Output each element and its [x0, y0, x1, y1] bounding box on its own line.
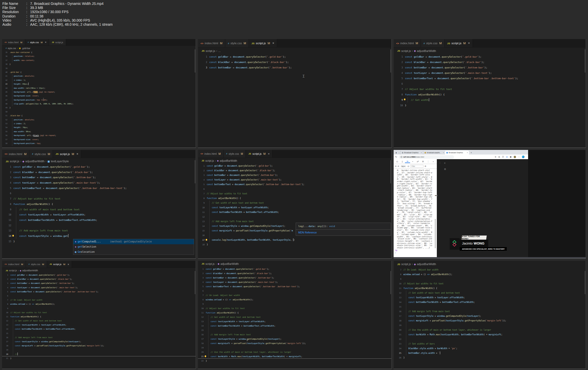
code-line: 22} — [198, 359, 391, 363]
extensions-icon[interactable]: ⬣ — [510, 156, 512, 158]
collections-icon[interactable]: ⊞ — [498, 156, 500, 158]
console-sidebar-icon[interactable]: ⊟ — [395, 165, 396, 167]
devtools-close-icon[interactable]: × — [431, 160, 436, 163]
translate-icon[interactable]: 文 — [502, 156, 504, 158]
close-icon[interactable]: × — [468, 41, 470, 45]
tab-script.js[interactable]: JSscript.jsM× — [47, 261, 72, 268]
code-editor[interactable]: 7// On Load: Adjust bar width8window.onl… — [394, 267, 586, 360]
edge-bing-icon[interactable] — [522, 156, 524, 158]
breadcrumb[interactable]: JSscript.js›◈adjustBarWidth — [394, 48, 586, 54]
code-editor[interactable]: 1const goldBar = document.querySelector(… — [198, 267, 391, 363]
code-editor[interactable]: 1const goldBar = document.querySelector(… — [2, 273, 196, 360]
tab-label: index.html — [400, 42, 414, 45]
profile-avatar[interactable] — [514, 156, 516, 158]
close-icon[interactable]: × — [45, 41, 47, 44]
console-prompt[interactable]: › — [395, 252, 432, 254]
tab-script.js[interactable]: JSscript.js — [49, 39, 66, 46]
breadcrumb[interactable]: JSscript.js›◈adjustBarWidth — [394, 261, 586, 267]
scrollbar[interactable] — [390, 49, 391, 73]
close-icon[interactable]: × — [272, 41, 274, 45]
tab-style.css[interactable]: #style.cssM — [26, 261, 47, 268]
browser-tab[interactable]: broadcast-graphics/gold.jpg× — [423, 151, 445, 155]
tab-search-icon[interactable]: □ — [399, 152, 400, 154]
browser-icon[interactable]: ◉ — [395, 152, 397, 154]
scrollbar[interactable] — [195, 160, 195, 183]
tab-script.js[interactable]: JSscript.jsM× — [246, 150, 272, 158]
tab-close-icon[interactable]: × — [421, 152, 422, 154]
tab-close-icon[interactable]: × — [443, 152, 444, 154]
scrollbar[interactable] — [390, 160, 391, 183]
scrollbar[interactable] — [585, 271, 585, 294]
reading-list-icon[interactable]: ≣ — [495, 156, 496, 158]
console-settings-icon[interactable]: ⚙ — [424, 165, 426, 167]
scrollbar[interactable] — [195, 49, 195, 73]
file-info-row: File Size:39.3 MB — [2, 6, 547, 10]
scrollbar[interactable] — [195, 271, 195, 294]
breadcrumb[interactable]: JSscript.js›◈adjustBarWidth›▣textLayerSt… — [2, 158, 196, 164]
scrollbar[interactable] — [390, 271, 391, 294]
site-info-icon[interactable]: i — [401, 156, 402, 158]
tab-index.html[interactable]: <>index.htmlM — [2, 261, 26, 268]
tab-index.html[interactable]: <>index.htmlM — [394, 39, 421, 47]
settings-gear-icon[interactable]: ⚙ — [420, 160, 426, 163]
line-number: 14 — [198, 324, 206, 328]
tab-index.html[interactable]: <>index.htmlM — [198, 150, 224, 158]
tab-close-icon[interactable]: × — [467, 152, 468, 154]
tab-style.css[interactable]: #style.cssM — [225, 39, 249, 47]
clear-console-icon[interactable]: ⊘ — [397, 165, 399, 167]
lightbulb-icon[interactable] — [12, 235, 14, 237]
close-icon[interactable]: × — [68, 263, 69, 266]
dots-menu-icon[interactable]: ⋮ — [426, 160, 431, 163]
code-line: 8function adjustBarWidth() { — [198, 196, 391, 201]
breadcrumb[interactable]: JSscript.js›... — [198, 48, 391, 54]
tab-script.js[interactable]: JSscript.jsM× — [445, 39, 473, 47]
tab-style.css[interactable]: #style.cssM× — [25, 39, 49, 46]
autocomplete-item[interactable]: ◈getSelection — [73, 244, 194, 249]
tab-script.js[interactable]: JSscript.jsM× — [53, 150, 81, 158]
breadcrumb[interactable]: #style.css›▣.gold-bar — [2, 46, 196, 51]
code-editor[interactable]: 1const goldBar = document.querySelector(… — [2, 164, 196, 244]
tab-style.css[interactable]: #style.cssM — [29, 150, 53, 158]
code-editor[interactable]: 1const goldBar = document.querySelector(… — [394, 54, 586, 108]
line-number: 15 — [2, 239, 13, 244]
eye-icon[interactable]: ◎ — [408, 165, 409, 167]
tab-style.css[interactable]: #style.cssM — [421, 39, 445, 47]
close-icon[interactable]: × — [76, 152, 78, 156]
code-line: 11function adjustBarWidth() { — [394, 286, 586, 291]
line-number: 5 — [2, 186, 13, 191]
code-editor[interactable]: 1const goldBar = document.querySelector(… — [198, 54, 391, 70]
reload-icon[interactable]: ↻ — [395, 156, 397, 158]
tab-index.html[interactable]: <>index.htmlM — [2, 150, 29, 158]
network-conditions-icon[interactable]: ☍ — [415, 160, 420, 163]
autocomplete-item[interactable]: ◈getComputedS...(method) getComputedStyl… — [73, 239, 194, 244]
menu-dots-icon[interactable]: ⋯ — [518, 156, 520, 158]
code-editor[interactable]: 35.main-bar-container {36 position: rela… — [2, 51, 196, 146]
devtools-scrollbar[interactable] — [435, 219, 436, 248]
browser-tab[interactable]: Broadcast Graphics× — [400, 151, 423, 155]
address-bar[interactable]: i127.0.0.1:5500/index.html — [399, 155, 454, 159]
more-tabs-icon[interactable]: ≫ — [405, 160, 410, 163]
breadcrumb[interactable]: JSscript.js›◈adjustBarWidth — [198, 158, 391, 164]
new-tab-button[interactable]: + — [471, 151, 472, 155]
inspect-icon[interactable]: ◴ — [395, 160, 400, 163]
lightbulb-icon[interactable] — [206, 239, 207, 241]
console-filter-input[interactable]: Filter — [410, 165, 423, 168]
mdn-reference-link[interactable]: MDN Reference — [296, 230, 391, 236]
browser-tab[interactable]: Broadcast Graphics× — [445, 151, 469, 155]
line-number: 43 — [2, 82, 10, 86]
tab-index.html[interactable]: <>index.htmlM — [198, 39, 225, 47]
js-context-selector[interactable]: top ▾ — [400, 165, 406, 168]
close-icon[interactable]: × — [268, 152, 270, 155]
favorite-star-icon[interactable]: ★ — [506, 156, 508, 158]
add-icon[interactable]: + — [410, 160, 415, 163]
scrollbar[interactable] — [585, 49, 585, 73]
autocomplete-item[interactable]: ▣Geolocation — [73, 249, 194, 255]
tab-index.html[interactable]: <>index.htmlM — [2, 39, 25, 46]
editor-frame-8: JSscript.js›◈adjustBarWidth1const goldBa… — [198, 261, 392, 369]
tab-script.js[interactable]: JSscript.jsM× — [249, 39, 277, 47]
breadcrumb[interactable]: JSscript.js›◈adjustBarWidth — [2, 268, 196, 273]
breadcrumb[interactable]: JSscript.js›◈adjustBarWidth — [198, 261, 391, 267]
modified-badge: M — [244, 42, 246, 45]
tab-style.css[interactable]: #style.cssM — [224, 150, 246, 158]
device-toolbar-icon[interactable]: ▯ — [400, 160, 405, 163]
